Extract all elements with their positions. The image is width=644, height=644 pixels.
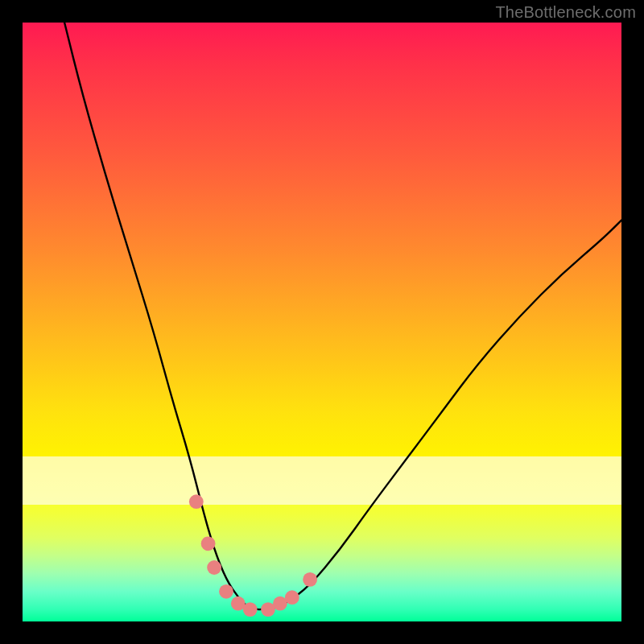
marker-group: [189, 494, 317, 617]
marker-trough-3: [243, 602, 258, 617]
curve-layer: [23, 23, 621, 621]
chart-frame: TheBottleneck.com: [0, 0, 644, 644]
marker-trough-1: [219, 584, 233, 599]
marker-left-low: [207, 560, 221, 575]
marker-left-upper: [189, 494, 204, 509]
marker-right-low: [285, 590, 299, 605]
plot-area: [23, 23, 621, 621]
marker-left-mid: [201, 536, 216, 551]
watermark-text: TheBottleneck.com: [495, 3, 636, 22]
bottleneck-curve-path: [64, 23, 621, 609]
marker-right-upper: [303, 572, 317, 587]
